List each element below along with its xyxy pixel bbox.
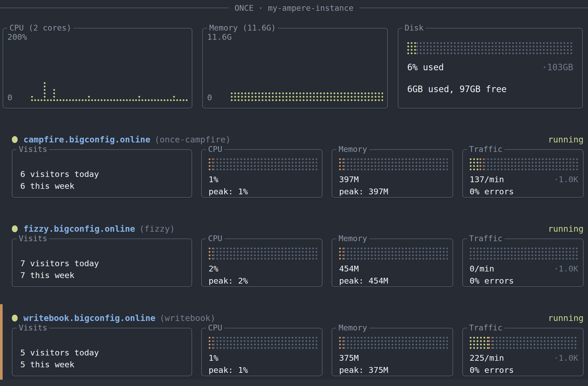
traffic-box: Traffic 0/min ·1.0K 0% errors	[462, 239, 584, 287]
host-cpu-panel-title: CPU (2 cores)	[7, 23, 74, 33]
cpu-box-title: CPU	[206, 323, 224, 333]
cpu-gauge	[209, 158, 317, 170]
memory-value: 397M	[339, 174, 448, 185]
memory-usage-band	[231, 92, 383, 101]
app-metric-boxes: Visits 6 visitors today 6 this week CPU …	[0, 145, 588, 198]
status-badge: running	[548, 313, 584, 323]
app-alias: (once-campfire)	[155, 135, 231, 145]
traffic-box-title: Traffic	[467, 323, 504, 333]
visits-week: 6 this week	[20, 180, 192, 192]
traffic-gauge	[470, 337, 578, 349]
traffic-gauge	[470, 248, 578, 260]
disk-total-label: ·103GB	[542, 62, 573, 72]
traffic-errors: 0% errors	[470, 186, 578, 197]
status-badge: running	[548, 135, 584, 145]
selection-indicator	[0, 304, 3, 380]
traffic-capacity: ·1.0K	[554, 263, 578, 274]
visits-today: 6 visitors today	[20, 168, 192, 180]
traffic-rate: 225/min	[470, 353, 504, 363]
memory-axis-max-label: 11.6G	[207, 32, 232, 42]
cpu-axis-max-label: 200%	[7, 32, 27, 42]
memory-value: 454M	[339, 263, 448, 274]
memory-box: Memory 397M peak: 397M	[332, 149, 453, 198]
visits-week: 5 this week	[20, 359, 192, 370]
cpu-gauge	[209, 248, 317, 260]
traffic-errors: 0% errors	[470, 365, 578, 375]
app-alias: (fizzy)	[139, 224, 175, 234]
status-badge: running	[548, 224, 584, 234]
cpu-value: 1%	[209, 353, 317, 363]
host-cpu-panel: CPU (2 cores) 200% 0	[3, 28, 192, 108]
memory-axis-min-label: 0	[207, 93, 212, 102]
traffic-capacity: ·1.0K	[554, 174, 578, 185]
memory-peak: peak: 397M	[339, 186, 448, 197]
disk-detail-label: 6GB used, 97GB free	[407, 84, 573, 94]
app-row-campfire[interactable]: campfire.bigconfig.online (once-campfire…	[0, 133, 588, 145]
app-section-campfire: campfire.bigconfig.online (once-campfire…	[0, 133, 588, 198]
disk-usage-row: 6% used ·103GB	[407, 62, 573, 72]
cpu-box: CPU 1% peak: 1%	[201, 149, 322, 198]
visits-box: Visits 7 visitors today 7 this week	[12, 239, 192, 287]
memory-box: Memory 454M peak: 454M	[332, 239, 453, 287]
app-domain: writebook.bigconfig.online	[23, 313, 155, 323]
cpu-box: CPU 1% peak: 1%	[201, 328, 322, 376]
cpu-peak: peak: 1%	[209, 186, 317, 197]
cpu-axis-min-label: 0	[7, 93, 12, 102]
memory-box-title: Memory	[336, 234, 369, 244]
cpu-box: CPU 2% peak: 2%	[201, 239, 322, 287]
bottom-strip	[0, 380, 588, 386]
status-dot-icon	[12, 225, 18, 232]
traffic-box: Traffic 225/min ·1.0K 0% errors	[462, 328, 584, 376]
traffic-errors: 0% errors	[470, 275, 578, 286]
visits-box-title: Visits	[17, 234, 49, 244]
app-domain: fizzy.bigconfig.online	[23, 224, 135, 234]
title-rule-right	[359, 8, 588, 8]
traffic-box-title: Traffic	[467, 234, 504, 244]
cpu-sparkline	[31, 82, 188, 101]
traffic-box: Traffic 137/min ·1.0K 0% errors	[462, 149, 584, 198]
host-disk-panel: Disk 6% used ·103GB 6GB used, 97GB free	[398, 28, 583, 108]
traffic-rate: 0/min	[470, 263, 494, 274]
memory-box-title: Memory	[336, 323, 369, 333]
memory-box-title: Memory	[336, 144, 369, 154]
visits-box-title: Visits	[17, 144, 49, 154]
app-section-writebook: writebook.bigconfig.online (writebook) r…	[0, 312, 588, 376]
visits-box-title: Visits	[17, 323, 49, 333]
window-title-bar: ONCE · my-ampere-instance	[0, 3, 588, 13]
title-rule-left	[0, 8, 229, 8]
host-memory-panel-title: Memory (11.6G)	[207, 23, 278, 33]
cpu-box-title: CPU	[206, 144, 224, 154]
disk-used-label: 6% used	[407, 62, 444, 72]
traffic-rate: 137/min	[470, 174, 504, 185]
memory-gauge	[339, 337, 448, 349]
traffic-capacity: ·1.0K	[554, 353, 578, 363]
app-alias: (writebook)	[160, 313, 215, 323]
traffic-gauge	[470, 158, 578, 170]
app-metric-boxes: Visits 7 visitors today 7 this week CPU …	[0, 235, 588, 287]
app-metric-boxes: Visits 5 visitors today 5 this week CPU …	[0, 324, 588, 376]
visits-today: 5 visitors today	[20, 347, 192, 359]
host-disk-panel-title: Disk	[403, 23, 426, 33]
host-panels-row: CPU (2 cores) 200% 0 Memory (11.6G) 11.6…	[0, 13, 588, 108]
cpu-box-title: CPU	[206, 234, 224, 244]
memory-gauge	[339, 158, 448, 170]
app-row-writebook[interactable]: writebook.bigconfig.online (writebook) r…	[0, 312, 588, 324]
status-dot-icon	[12, 136, 18, 143]
app-row-fizzy[interactable]: fizzy.bigconfig.online (fizzy) running	[0, 223, 588, 235]
memory-peak: peak: 454M	[339, 275, 448, 286]
visits-box: Visits 5 visitors today 5 this week	[12, 328, 192, 376]
cpu-value: 1%	[209, 174, 317, 185]
memory-box: Memory 375M peak: 375M	[332, 328, 453, 376]
memory-peak: peak: 375M	[339, 365, 448, 375]
status-dot-icon	[12, 315, 18, 321]
host-memory-panel: Memory (11.6G) 11.6G 0	[202, 28, 388, 108]
app-section-fizzy: fizzy.bigconfig.online (fizzy) running V…	[0, 223, 588, 287]
page-title: ONCE · my-ampere-instance	[234, 3, 354, 13]
app-domain: campfire.bigconfig.online	[23, 135, 150, 145]
visits-week: 7 this week	[20, 269, 192, 281]
visits-today: 7 visitors today	[20, 258, 192, 269]
cpu-gauge	[209, 337, 317, 349]
cpu-peak: peak: 2%	[209, 275, 317, 286]
cpu-peak: peak: 1%	[209, 365, 317, 375]
traffic-box-title: Traffic	[467, 144, 504, 154]
